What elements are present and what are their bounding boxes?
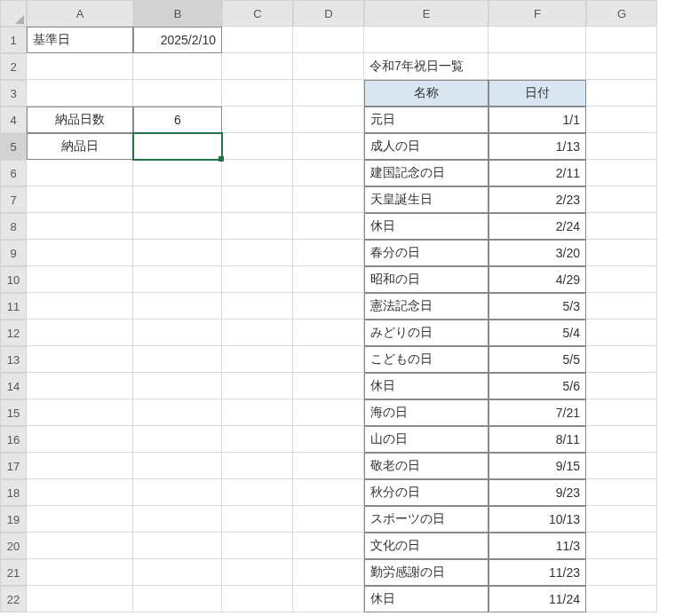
- row-header-15[interactable]: 15: [0, 399, 27, 426]
- cell-B6[interactable]: [133, 160, 222, 186]
- cell-G13[interactable]: [586, 346, 657, 373]
- cell-F10[interactable]: 4/29: [488, 266, 586, 293]
- cell-A4[interactable]: 納品日数: [27, 107, 133, 133]
- cell-A19[interactable]: [27, 506, 133, 533]
- cell-E9[interactable]: 春分の日: [364, 240, 488, 266]
- cell-E22[interactable]: 休日: [364, 586, 488, 612]
- cell-G2[interactable]: [586, 53, 657, 80]
- row-header-9[interactable]: 9: [0, 240, 27, 266]
- cell-C9[interactable]: [222, 240, 293, 266]
- cell-D3[interactable]: [293, 80, 364, 107]
- cell-G6[interactable]: [586, 160, 657, 186]
- row-header-14[interactable]: 14: [0, 373, 27, 399]
- cell-G4[interactable]: [586, 107, 657, 133]
- cell-B14[interactable]: [133, 373, 222, 399]
- cell-B3[interactable]: [133, 80, 222, 107]
- cell-D13[interactable]: [293, 346, 364, 373]
- cell-A5[interactable]: 納品日: [27, 133, 133, 160]
- cell-G3[interactable]: [586, 80, 657, 107]
- row-header-2[interactable]: 2: [0, 53, 27, 80]
- cell-B22[interactable]: [133, 586, 222, 612]
- cell-B18[interactable]: [133, 479, 222, 506]
- cell-E5[interactable]: 成人の日: [364, 133, 488, 160]
- cell-C16[interactable]: [222, 426, 293, 453]
- spreadsheet-grid[interactable]: ABCDEFG1基準日2025/2/102令和7年祝日一覧3名称日付4納品日数6…: [0, 0, 691, 612]
- cell-D10[interactable]: [293, 266, 364, 293]
- cell-G10[interactable]: [586, 266, 657, 293]
- cell-A11[interactable]: [27, 293, 133, 320]
- cell-E7[interactable]: 天皇誕生日: [364, 186, 488, 213]
- cell-B8[interactable]: [133, 213, 222, 240]
- cell-F15[interactable]: 7/21: [488, 399, 586, 426]
- cell-D9[interactable]: [293, 240, 364, 266]
- cell-E3[interactable]: 名称: [364, 80, 488, 107]
- cell-G15[interactable]: [586, 399, 657, 426]
- cell-C22[interactable]: [222, 586, 293, 612]
- cell-F22[interactable]: 11/24: [488, 586, 586, 612]
- cell-C19[interactable]: [222, 506, 293, 533]
- cell-D5[interactable]: [293, 133, 364, 160]
- cell-A9[interactable]: [27, 240, 133, 266]
- cell-E2[interactable]: 令和7年祝日一覧: [364, 53, 488, 80]
- col-header-C[interactable]: C: [222, 0, 293, 27]
- cell-B12[interactable]: [133, 320, 222, 346]
- cell-D14[interactable]: [293, 373, 364, 399]
- cell-E15[interactable]: 海の日: [364, 399, 488, 426]
- cell-E6[interactable]: 建国記念の日: [364, 160, 488, 186]
- cell-B13[interactable]: [133, 346, 222, 373]
- cell-B11[interactable]: [133, 293, 222, 320]
- row-header-22[interactable]: 22: [0, 586, 27, 612]
- cell-C1[interactable]: [222, 27, 293, 53]
- cell-F3[interactable]: 日付: [488, 80, 586, 107]
- cell-C4[interactable]: [222, 107, 293, 133]
- cell-A14[interactable]: [27, 373, 133, 399]
- cell-A16[interactable]: [27, 426, 133, 453]
- cell-D12[interactable]: [293, 320, 364, 346]
- cell-D7[interactable]: [293, 186, 364, 213]
- cell-D1[interactable]: [293, 27, 364, 53]
- cell-C2[interactable]: [222, 53, 293, 80]
- cell-A22[interactable]: [27, 586, 133, 612]
- cell-G1[interactable]: [586, 27, 657, 53]
- cell-D6[interactable]: [293, 160, 364, 186]
- cell-G8[interactable]: [586, 213, 657, 240]
- cell-E11[interactable]: 憲法記念日: [364, 293, 488, 320]
- cell-E18[interactable]: 秋分の日: [364, 479, 488, 506]
- cell-B16[interactable]: [133, 426, 222, 453]
- cell-E17[interactable]: 敬老の日: [364, 453, 488, 479]
- row-header-4[interactable]: 4: [0, 107, 27, 133]
- cell-F16[interactable]: 8/11: [488, 426, 586, 453]
- cell-G7[interactable]: [586, 186, 657, 213]
- cell-C7[interactable]: [222, 186, 293, 213]
- cell-B20[interactable]: [133, 533, 222, 559]
- cell-D16[interactable]: [293, 426, 364, 453]
- cell-F20[interactable]: 11/3: [488, 533, 586, 559]
- row-header-20[interactable]: 20: [0, 533, 27, 559]
- cell-E14[interactable]: 休日: [364, 373, 488, 399]
- cell-E21[interactable]: 勤労感謝の日: [364, 559, 488, 586]
- cell-G19[interactable]: [586, 506, 657, 533]
- cell-A6[interactable]: [27, 160, 133, 186]
- cell-A12[interactable]: [27, 320, 133, 346]
- cell-D20[interactable]: [293, 533, 364, 559]
- cell-B7[interactable]: [133, 186, 222, 213]
- cell-D4[interactable]: [293, 107, 364, 133]
- cell-F8[interactable]: 2/24: [488, 213, 586, 240]
- cell-A20[interactable]: [27, 533, 133, 559]
- row-header-8[interactable]: 8: [0, 213, 27, 240]
- cell-A2[interactable]: [27, 53, 133, 80]
- cell-F6[interactable]: 2/11: [488, 160, 586, 186]
- cell-G17[interactable]: [586, 453, 657, 479]
- cell-B4[interactable]: 6: [133, 107, 222, 133]
- cell-D22[interactable]: [293, 586, 364, 612]
- cell-F7[interactable]: 2/23: [488, 186, 586, 213]
- col-header-D[interactable]: D: [293, 0, 364, 27]
- cell-E1[interactable]: [364, 27, 488, 53]
- row-header-7[interactable]: 7: [0, 186, 27, 213]
- cell-C12[interactable]: [222, 320, 293, 346]
- cell-F11[interactable]: 5/3: [488, 293, 586, 320]
- cell-A18[interactable]: [27, 479, 133, 506]
- row-header-1[interactable]: 1: [0, 27, 27, 53]
- cell-G22[interactable]: [586, 586, 657, 612]
- cell-F9[interactable]: 3/20: [488, 240, 586, 266]
